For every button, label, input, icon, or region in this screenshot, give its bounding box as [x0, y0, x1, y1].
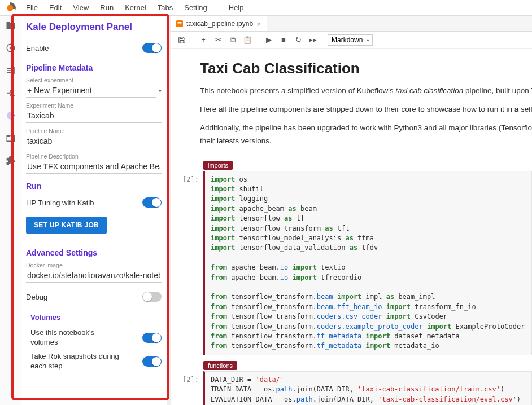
svg-rect-7	[178, 22, 182, 23]
volumes-rok-snapshot-label: Take Rok snapshots during each step	[30, 352, 121, 371]
restart-icon[interactable]: ↻	[291, 34, 305, 46]
svg-rect-9	[178, 25, 181, 25]
notebook-paragraph: Additionally, the pipeline has been upgr…	[200, 122, 532, 134]
notebook-body[interactable]: Taxi Cab Classification This notebook pr…	[171, 49, 532, 405]
menubar: File Edit View Run Kernel Tabs Setting H…	[0, 0, 532, 16]
cell-type-select[interactable]: Markdown	[328, 34, 373, 46]
run-all-icon[interactable]: ▸▸	[306, 34, 320, 46]
kale-tag-badge: imports	[203, 161, 233, 170]
debug-toggle[interactable]	[142, 292, 162, 302]
debug-label: Debug	[26, 293, 47, 301]
run-icon[interactable]: ▶	[262, 34, 276, 46]
experiment-name-label: Experiment Name	[26, 102, 162, 109]
git-icon[interactable]	[5, 64, 17, 77]
save-icon[interactable]	[175, 34, 189, 46]
menu-settings[interactable]: Setting	[178, 2, 212, 13]
paste-icon[interactable]: 📋	[241, 34, 254, 46]
activity-bar	[0, 16, 21, 405]
markdown-cell[interactable]: Taxi Cab Classification This notebook pr…	[176, 60, 532, 161]
notebook-paragraph: This notebook presents a simplified vers…	[200, 85, 532, 97]
pipeline-desc-input[interactable]	[26, 160, 162, 174]
notebook-area: taxicab_pipeline.ipynb × + ✂ ⧉ 📋 ▶ ■ ↻ ▸…	[171, 16, 532, 405]
notebook-tab[interactable]: taxicab_pipeline.ipynb ×	[171, 16, 267, 31]
notebook-heading: Taxi Cab Classification	[200, 60, 532, 77]
pipeline-desc-label: Pipeline Description	[26, 153, 162, 160]
notebook-paragraph: Here all the pipeline components are str…	[200, 104, 532, 116]
run-heading: Run	[26, 182, 162, 191]
folder-icon[interactable]	[5, 19, 17, 32]
enable-toggle[interactable]	[142, 43, 162, 53]
tab-title: taxicab_pipeline.ipynb	[186, 20, 253, 28]
code-block[interactable]: import os import shutil import logging i…	[203, 171, 532, 355]
svg-rect-5	[7, 135, 10, 137]
chevron-down-icon[interactable]: ▾	[156, 87, 162, 94]
tabs-icon[interactable]	[5, 132, 17, 144]
volumes-heading: Volumes	[30, 313, 162, 322]
pipeline-name-label: Pipeline Name	[26, 127, 162, 134]
select-experiment-label: Select experiment	[26, 77, 162, 83]
notebook-paragraph: their latests versions.	[200, 135, 532, 147]
enable-label: Enable	[26, 44, 49, 52]
volumes-use-notebook-toggle[interactable]	[142, 333, 162, 343]
add-cell-icon[interactable]: +	[197, 34, 210, 46]
svg-point-1	[9, 47, 12, 50]
execution-count: [2]:	[176, 161, 203, 355]
menu-tabs[interactable]: Tabs	[152, 2, 178, 13]
kale-panel: Kale Deployment Panel Enable Pipeline Me…	[21, 16, 167, 405]
copy-icon[interactable]: ⧉	[226, 34, 239, 46]
hp-tuning-toggle[interactable]	[142, 197, 162, 208]
notebook-icon	[176, 20, 183, 27]
close-icon[interactable]: ×	[256, 20, 261, 28]
cut-icon[interactable]: ✂	[211, 34, 225, 46]
select-experiment[interactable]	[26, 83, 156, 98]
running-icon[interactable]	[5, 42, 17, 54]
pipeline-metadata-heading: Pipeline Metadata	[26, 63, 162, 72]
docker-image-label: Docker image	[26, 262, 162, 268]
hp-tuning-label: HP Tuning with Katib	[26, 199, 94, 207]
volumes-use-notebook-label: Use this notebook's volumes	[30, 328, 121, 347]
kubeflow-icon[interactable]	[5, 109, 17, 122]
svg-rect-8	[178, 24, 182, 24]
notebook-toolbar: + ✂ ⧉ 📋 ▶ ■ ↻ ▸▸ Markdown	[171, 32, 532, 49]
code-cell[interactable]: [2]: imports import os import shutil imp…	[176, 161, 532, 355]
menu-help[interactable]: Help	[223, 2, 250, 13]
menu-file[interactable]: File	[20, 2, 43, 13]
volumes-rok-snapshot-toggle[interactable]	[142, 356, 162, 367]
commands-icon[interactable]	[5, 87, 17, 99]
docker-image-input[interactable]	[26, 268, 162, 283]
pipeline-name-input[interactable]	[26, 134, 162, 148]
menu-edit[interactable]: Edit	[43, 2, 67, 13]
kale-title: Kale Deployment Panel	[26, 21, 162, 33]
stop-icon[interactable]: ■	[277, 34, 290, 46]
setup-katib-button[interactable]: SET UP KATIB JOB	[26, 217, 107, 234]
tab-bar: taxicab_pipeline.ipynb ×	[171, 16, 532, 32]
jupyter-logo	[5, 2, 16, 14]
advanced-heading: Advanced Settings	[26, 248, 162, 257]
svg-point-2	[12, 94, 15, 97]
execution-count: [2]:	[176, 361, 203, 405]
menu-view[interactable]: View	[67, 2, 94, 13]
code-block[interactable]: DATA_DIR = 'data/' TRAIN_DATA = os.path.…	[203, 371, 532, 405]
kale-tag-badge: functions	[203, 361, 237, 370]
extension-icon[interactable]	[5, 155, 17, 167]
menu-kernel[interactable]: Kernel	[119, 2, 152, 13]
code-cell[interactable]: [2]: functions DATA_DIR = 'data/' TRAIN_…	[176, 361, 532, 405]
experiment-name-input[interactable]	[26, 109, 162, 123]
menu-run[interactable]: Run	[94, 2, 119, 13]
